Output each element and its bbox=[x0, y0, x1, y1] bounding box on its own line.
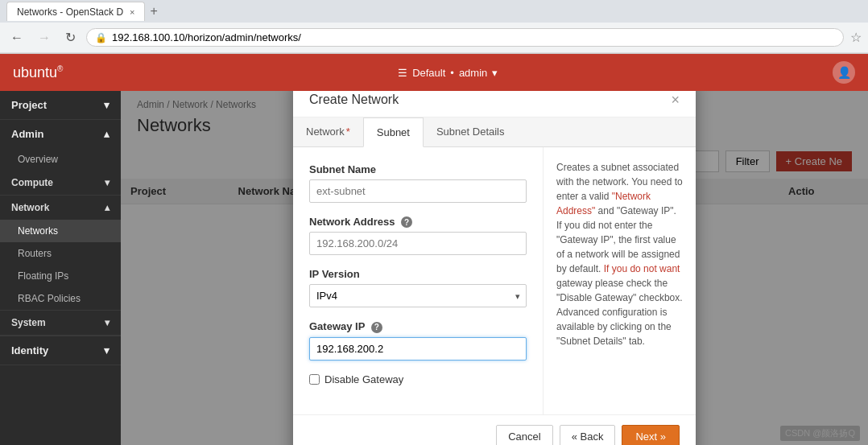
modal-form: Subnet Name Network Address ? IP Version bbox=[293, 147, 543, 414]
ip-version-select-wrapper: IPv4 IPv6 ▾ bbox=[309, 284, 527, 307]
tab-title: Networks - OpenStack D bbox=[17, 6, 123, 18]
sidebar-subsection-compute: Compute ▾ bbox=[0, 171, 121, 196]
form-group-gateway-ip: Gateway IP ? bbox=[309, 320, 527, 361]
lock-icon: 🔒 bbox=[95, 32, 107, 43]
modal-footer: Cancel « Back Next » bbox=[293, 414, 696, 446]
ip-version-select[interactable]: IPv4 IPv6 bbox=[309, 284, 527, 307]
form-group-disable-gateway: Disable Gateway bbox=[309, 373, 527, 385]
header-center: ☰ Default • admin ▾ bbox=[398, 67, 498, 79]
sidebar-item-routers[interactable]: Routers bbox=[0, 242, 121, 265]
gateway-ip-help-icon[interactable]: ? bbox=[371, 322, 382, 333]
app-header: ubuntu® ☰ Default • admin ▾ 👤 bbox=[0, 54, 868, 91]
cancel-button[interactable]: Cancel bbox=[496, 425, 552, 446]
browser-tab[interactable]: Networks - OpenStack D × bbox=[6, 2, 145, 21]
back-button[interactable]: ← bbox=[6, 29, 27, 47]
browser-tabs: Networks - OpenStack D × + bbox=[0, 0, 868, 23]
sidebar-identity-title[interactable]: Identity ▾ bbox=[0, 336, 121, 365]
chevron-up-icon: ▴ bbox=[104, 128, 110, 140]
chevron-down-icon: ▾ bbox=[104, 344, 110, 356]
modal-help: Creates a subnet associated with the net… bbox=[543, 147, 696, 414]
url-input[interactable] bbox=[112, 31, 835, 43]
gateway-ip-input[interactable] bbox=[309, 337, 527, 361]
tab-subnet[interactable]: Subnet bbox=[363, 117, 424, 147]
required-dot: * bbox=[346, 126, 350, 138]
chevron-down-icon: ▾ bbox=[105, 317, 110, 328]
address-bar: 🔒 bbox=[86, 28, 844, 47]
user-icon: 👤 bbox=[837, 66, 851, 79]
brand-sup: ® bbox=[57, 64, 63, 73]
sidebar-subsection-network: Network ▴ Networks Routers Floating IPs … bbox=[0, 196, 121, 311]
tab-subnet-details[interactable]: Subnet Details bbox=[424, 117, 518, 147]
reload-button[interactable]: ↻ bbox=[61, 28, 80, 47]
forward-button[interactable]: → bbox=[34, 29, 55, 47]
ip-version-label: IP Version bbox=[309, 268, 527, 280]
sidebar-system-title[interactable]: System ▾ bbox=[0, 311, 121, 335]
sidebar-section-admin: Admin ▴ Overview Compute ▾ Network ▴ Net… bbox=[0, 120, 121, 336]
network-address-input[interactable] bbox=[309, 232, 527, 255]
modal-tabs: Network* Subnet Subnet Details bbox=[293, 117, 696, 147]
browser-toolbar: ← → ↻ 🔒 ☆ bbox=[0, 23, 868, 53]
admin-dropdown-icon[interactable]: ▾ bbox=[492, 67, 498, 79]
network-address-help-icon[interactable]: ? bbox=[401, 216, 412, 228]
header-right: 👤 bbox=[833, 61, 855, 84]
help-highlight-1: "Network Address" bbox=[556, 191, 651, 216]
sidebar-admin-title[interactable]: Admin ▴ bbox=[0, 120, 121, 148]
sidebar-project-title[interactable]: Project ▾ bbox=[0, 91, 121, 119]
subnet-name-input[interactable] bbox=[309, 179, 527, 203]
next-button[interactable]: Next » bbox=[622, 425, 680, 446]
sidebar-subsection-system: System ▾ bbox=[0, 311, 121, 336]
user-avatar[interactable]: 👤 bbox=[833, 61, 855, 84]
tab-close-icon[interactable]: × bbox=[130, 7, 134, 17]
sidebar-item-rbac[interactable]: RBAC Policies bbox=[0, 287, 121, 310]
disable-gateway-checkbox[interactable] bbox=[309, 374, 320, 385]
menu-icon: ☰ bbox=[398, 67, 407, 79]
bookmark-icon[interactable]: ☆ bbox=[850, 30, 862, 45]
modal-body: Subnet Name Network Address ? IP Version bbox=[293, 147, 696, 414]
modal-title: Create Network bbox=[309, 93, 399, 107]
network-address-label: Network Address ? bbox=[309, 216, 527, 229]
form-group-subnet-name: Subnet Name bbox=[309, 163, 527, 203]
disable-gateway-row: Disable Gateway bbox=[309, 373, 527, 385]
form-group-ip-version: IP Version IPv4 IPv6 ▾ bbox=[309, 268, 527, 307]
chevron-up-icon: ▴ bbox=[105, 202, 110, 213]
modal-header: Create Network × bbox=[293, 91, 696, 117]
sidebar: Project ▾ Admin ▴ Overview Compute ▾ Net… bbox=[0, 91, 121, 445]
app-body: Project ▾ Admin ▴ Overview Compute ▾ Net… bbox=[0, 91, 868, 445]
main-content: Admin / Network / Networks Networks Filt… bbox=[121, 91, 868, 445]
browser-chrome: Networks - OpenStack D × + ← → ↻ 🔒 ☆ bbox=[0, 0, 868, 54]
modal-help-text: Creates a subnet associated with the net… bbox=[556, 162, 683, 347]
sidebar-network-title[interactable]: Network ▴ bbox=[0, 196, 121, 220]
create-network-modal: Create Network × Network* Subnet Subnet … bbox=[293, 91, 696, 445]
sidebar-compute-title[interactable]: Compute ▾ bbox=[0, 171, 121, 195]
modal-overlay: Create Network × Network* Subnet Subnet … bbox=[121, 91, 868, 445]
sidebar-section-project: Project ▾ bbox=[0, 91, 121, 120]
sidebar-section-identity: Identity ▾ bbox=[0, 336, 121, 365]
default-label[interactable]: Default bbox=[412, 67, 445, 79]
sidebar-item-overview[interactable]: Overview bbox=[0, 148, 121, 171]
form-group-network-address: Network Address ? bbox=[309, 216, 527, 256]
disable-gateway-label: Disable Gateway bbox=[324, 373, 403, 385]
chevron-down-icon: ▾ bbox=[105, 177, 110, 188]
separator: • bbox=[450, 67, 454, 79]
brand-logo: ubuntu® bbox=[13, 64, 63, 81]
brand-name: ubuntu bbox=[13, 64, 57, 80]
chevron-down-icon: ▾ bbox=[104, 99, 110, 111]
subnet-name-label: Subnet Name bbox=[309, 163, 527, 175]
modal-close-button[interactable]: × bbox=[671, 93, 680, 107]
back-button[interactable]: « Back bbox=[560, 425, 616, 446]
sidebar-item-networks[interactable]: Networks bbox=[0, 220, 121, 242]
new-tab-button[interactable]: + bbox=[150, 4, 157, 19]
help-highlight-2: If you do not want bbox=[604, 263, 680, 274]
admin-label[interactable]: admin bbox=[459, 67, 487, 79]
sidebar-item-floating-ips[interactable]: Floating IPs bbox=[0, 265, 121, 287]
gateway-ip-label: Gateway IP ? bbox=[309, 320, 527, 333]
tab-network[interactable]: Network* bbox=[293, 117, 363, 147]
